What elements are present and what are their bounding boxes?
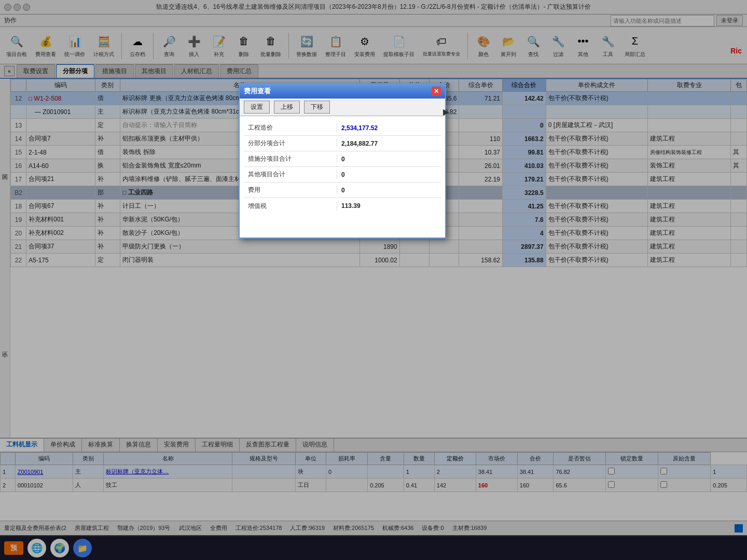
modal-content: 工程造价 2,534,177.52 分部分项合计 2,184,882.77 措施… (240, 116, 445, 218)
modal-value: 2,184,882.77 (337, 140, 382, 147)
modal-shangyii-btn[interactable]: 上移 (274, 101, 300, 114)
modal-xiayii-btn[interactable]: 下移 (304, 101, 330, 114)
modal-row-qita: 其他项目合计 0 (244, 167, 441, 183)
cursor-indicator: ▶ (443, 107, 449, 117)
modal-row-zengshuishui: 增值税 113.39 (244, 198, 441, 214)
modal-toolbar: 设置 上移 下移 (240, 99, 445, 116)
modal-label: 费用 (244, 186, 337, 194)
modal-row-fenbufenxiang: 分部分项合计 2,184,882.77 (244, 136, 441, 151)
modal-row-zaojia: 工程造价 2,534,177.52 (244, 120, 441, 136)
modal-label: 分部分项合计 (244, 139, 337, 148)
modal-title: 费用查看 (244, 87, 271, 96)
modal-row-feiyong: 费用 0 (244, 183, 441, 198)
feiyong-modal: 费用查看 ✕ 设置 上移 下移 工程造价 2,534,177.52 分部分项合计… (239, 83, 446, 239)
modal-shezhi-btn[interactable]: 设置 (244, 101, 270, 114)
modal-close-btn[interactable]: ✕ (432, 87, 441, 96)
modal-label: 其他项目合计 (244, 170, 337, 179)
modal-title-bar: 费用查看 ✕ (240, 84, 445, 99)
modal-row-cuoshi: 措施分项目合计 0 (244, 151, 441, 167)
modal-label: 措施分项目合计 (244, 155, 337, 163)
modal-value: 0 (337, 171, 349, 178)
modal-overlay: 费用查看 ✕ 设置 上移 下移 工程造价 2,534,177.52 分部分项合计… (0, 0, 747, 560)
modal-value: 0 (337, 187, 349, 194)
modal-label: 工程造价 (244, 123, 337, 132)
modal-value: 113.39 (337, 202, 365, 209)
modal-value: 0 (337, 156, 349, 163)
modal-value: 2,534,177.52 (337, 124, 382, 132)
modal-label: 增值税 (244, 202, 337, 211)
